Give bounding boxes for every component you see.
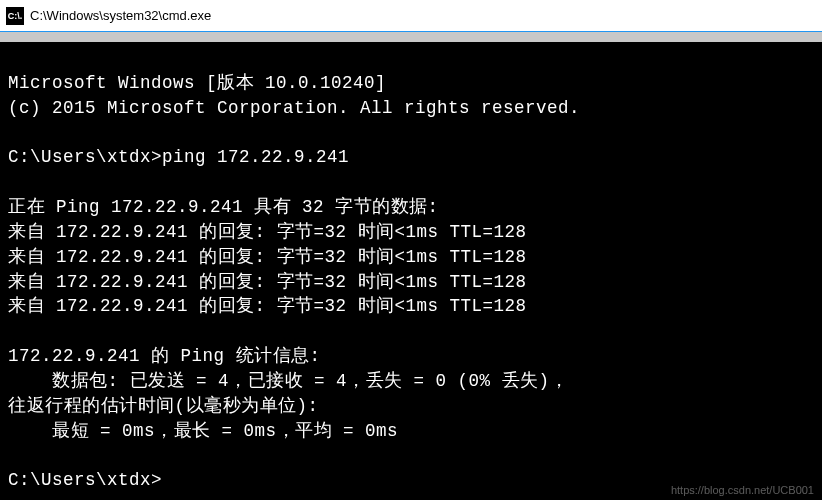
rtt-values: 最短 = 0ms，最长 = 0ms，平均 = 0ms: [8, 421, 398, 441]
ping-reply-line: 来自 172.22.9.241 的回复: 字节=32 时间<1ms TTL=12…: [8, 296, 527, 316]
ping-stats-packets: 数据包: 已发送 = 4，已接收 = 4，丢失 = 0 (0% 丢失)，: [8, 371, 568, 391]
os-version-line: Microsoft Windows [版本 10.0.10240]: [8, 73, 386, 93]
watermark: https://blog.csdn.net/UCB001: [671, 484, 814, 496]
cmd-icon: C:\.: [6, 7, 24, 25]
prompt-line-1: C:\Users\xtdx>ping 172.22.9.241: [8, 147, 349, 167]
window-title-bar[interactable]: C:\. C:\Windows\system32\cmd.exe: [0, 0, 822, 32]
ping-header-line: 正在 Ping 172.22.9.241 具有 32 字节的数据:: [8, 197, 439, 217]
ping-reply-line: 来自 172.22.9.241 的回复: 字节=32 时间<1ms TTL=12…: [8, 272, 527, 292]
window-title: C:\Windows\system32\cmd.exe: [30, 8, 211, 23]
copyright-line: (c) 2015 Microsoft Corporation. All righ…: [8, 98, 580, 118]
ping-reply-line: 来自 172.22.9.241 的回复: 字节=32 时间<1ms TTL=12…: [8, 222, 527, 242]
window-top-edge: [0, 32, 822, 42]
console-output[interactable]: Microsoft Windows [版本 10.0.10240] (c) 20…: [0, 42, 822, 497]
rtt-header: 往返行程的估计时间(以毫秒为单位):: [8, 396, 319, 416]
ping-reply-line: 来自 172.22.9.241 的回复: 字节=32 时间<1ms TTL=12…: [8, 247, 527, 267]
prompt-line-2[interactable]: C:\Users\xtdx>: [8, 470, 162, 490]
ping-stats-header: 172.22.9.241 的 Ping 统计信息:: [8, 346, 321, 366]
